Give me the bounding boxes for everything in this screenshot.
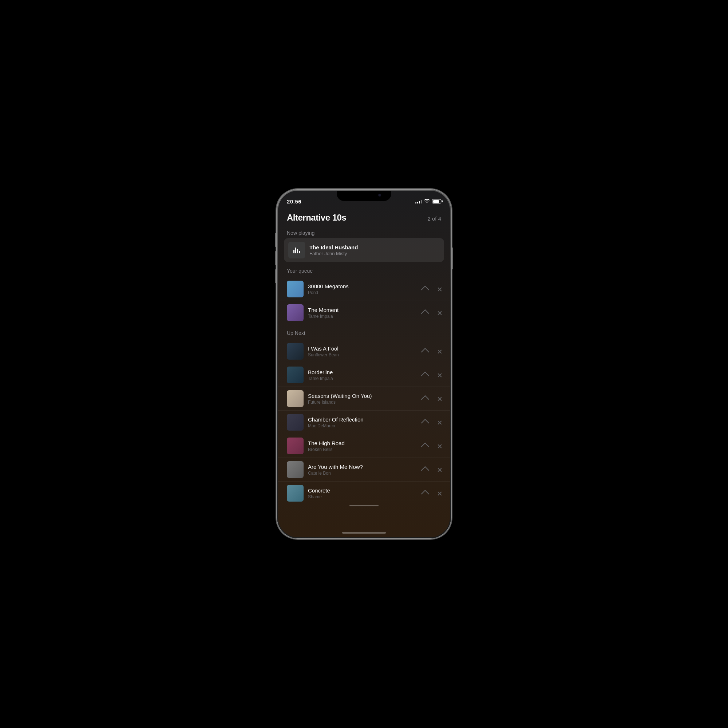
chevron-up-icon-1 — [421, 286, 430, 294]
move-up-button-upnext-7[interactable] — [422, 489, 430, 498]
app-screen: 20:56 — [278, 191, 450, 537]
move-up-button-upnext-5[interactable] — [422, 442, 430, 450]
remove-button-upnext-3[interactable] — [435, 394, 444, 403]
track-title-30000-megatons: 30000 Megatons — [308, 283, 417, 289]
upnext-item-6-actions — [422, 465, 444, 474]
up-next-label: Up Next — [278, 324, 450, 338]
track-info-the-moment: The Moment Tame Impala — [308, 307, 417, 319]
move-up-button-2[interactable] — [422, 308, 430, 317]
remove-icon-upnext-1 — [437, 349, 442, 354]
upnext-item-1-actions — [422, 347, 444, 356]
now-playing-artist: Father John Misty — [309, 251, 440, 256]
move-up-button-upnext-6[interactable] — [422, 465, 430, 474]
phone-screen: 20:56 — [278, 191, 450, 537]
upnext-item-1[interactable]: I Was A Fool Sunflower Bean — [278, 340, 450, 363]
track-title-seasons: Seasons (Waiting On You) — [308, 393, 417, 399]
track-artist-30000-megatons: Pond — [308, 290, 417, 295]
track-title-are-you: Are You with Me Now? — [308, 464, 417, 470]
scroll-content[interactable]: Alternative 10s 2 of 4 Now playing — [278, 207, 450, 530]
track-info-chamber: Chamber Of Reflection Mac DeMarco — [308, 416, 417, 428]
battery-fill — [433, 200, 439, 203]
status-time: 20:56 — [287, 198, 301, 205]
notch — [337, 191, 391, 201]
track-artist-are-you: Cate le Bon — [308, 471, 417, 476]
queue-item-1[interactable]: 30000 Megatons Pond — [278, 277, 450, 301]
remove-icon-upnext-2 — [437, 372, 442, 378]
remove-icon-upnext-3 — [437, 396, 442, 401]
track-art-are-you — [287, 461, 304, 478]
track-art-30000-megatons — [287, 281, 304, 297]
upnext-item-7[interactable]: Concrete Shame — [278, 482, 450, 505]
track-artist-borderline: Tame Impala — [308, 376, 417, 381]
status-icons — [415, 199, 441, 204]
chevron-up-icon-upnext-4 — [421, 419, 430, 427]
remove-icon-upnext-4 — [437, 420, 442, 425]
track-artist-chamber: Mac DeMarco — [308, 423, 417, 428]
remove-button-upnext-2[interactable] — [435, 370, 444, 379]
track-info-high-road: The High Road Broken Bells — [308, 440, 417, 452]
signal-icon — [415, 199, 422, 203]
track-art-high-road — [287, 437, 304, 454]
now-playing-label: Now playing — [278, 227, 450, 238]
move-up-button-upnext-3[interactable] — [422, 394, 430, 403]
remove-button-upnext-7[interactable] — [435, 489, 444, 498]
chevron-up-icon-upnext-6 — [421, 466, 430, 475]
track-art-the-moment — [287, 304, 304, 321]
upnext-item-4[interactable]: Chamber Of Reflection Mac DeMarco — [278, 411, 450, 434]
remove-button-upnext-1[interactable] — [435, 347, 444, 356]
remove-button-upnext-6[interactable] — [435, 465, 444, 474]
upnext-item-3[interactable]: Seasons (Waiting On You) Future Islands — [278, 387, 450, 411]
camera-dot — [378, 194, 381, 197]
upnext-item-5[interactable]: The High Road Broken Bells — [278, 434, 450, 458]
track-art-borderline — [287, 367, 304, 383]
track-title-high-road: The High Road — [308, 440, 417, 446]
move-up-button-upnext-4[interactable] — [422, 418, 430, 427]
scroll-bar — [349, 505, 379, 506]
remove-button-upnext-5[interactable] — [435, 442, 444, 450]
track-title-was-fool: I Was A Fool — [308, 346, 417, 352]
scroll-indicator — [278, 505, 450, 508]
queue-item-2[interactable]: The Moment Tame Impala — [278, 301, 450, 324]
remove-icon-2 — [437, 310, 442, 315]
track-count: 2 of 4 — [427, 216, 441, 222]
track-artist-concrete: Shame — [308, 494, 417, 499]
now-playing-row[interactable]: The Ideal Husband Father John Misty — [284, 238, 444, 262]
move-up-button-upnext-1[interactable] — [422, 347, 430, 356]
upnext-item-5-actions — [422, 442, 444, 450]
move-up-button-upnext-2[interactable] — [422, 370, 430, 379]
upnext-item-6[interactable]: Are You with Me Now? Cate le Bon — [278, 458, 450, 482]
track-info-concrete: Concrete Shame — [308, 487, 417, 499]
track-title-borderline: Borderline — [308, 369, 417, 375]
upnext-item-3-actions — [422, 394, 444, 403]
phone-frame: 20:56 — [277, 189, 451, 539]
wifi-icon — [424, 199, 430, 204]
track-artist-seasons: Future Islands — [308, 400, 417, 405]
home-bar — [342, 532, 386, 534]
remove-button-upnext-4[interactable] — [435, 418, 444, 427]
equalizer-icon — [294, 247, 300, 253]
remove-button-2[interactable] — [435, 308, 444, 317]
track-art-seasons — [287, 390, 304, 407]
chevron-up-icon-upnext-7 — [421, 490, 430, 498]
track-title-chamber: Chamber Of Reflection — [308, 416, 417, 423]
chevron-up-icon-upnext-1 — [421, 348, 430, 356]
track-artist-the-moment: Tame Impala — [308, 314, 417, 319]
chevron-up-icon-upnext-5 — [421, 443, 430, 451]
your-queue-list: 30000 Megatons Pond — [278, 277, 450, 324]
remove-icon-upnext-5 — [437, 444, 442, 448]
track-art-concrete — [287, 485, 304, 502]
track-title-concrete: Concrete — [308, 487, 417, 494]
track-info-seasons: Seasons (Waiting On You) Future Islands — [308, 393, 417, 405]
chevron-up-icon-2 — [421, 309, 430, 318]
move-up-button-1[interactable] — [422, 284, 430, 294]
remove-button-1[interactable] — [435, 284, 444, 294]
remove-icon-upnext-6 — [437, 467, 442, 472]
track-info-was-fool: I Was A Fool Sunflower Bean — [308, 346, 417, 358]
queue-item-1-actions — [422, 284, 444, 294]
now-playing-info: The Ideal Husband Father John Misty — [309, 244, 440, 256]
track-art-chamber — [287, 414, 304, 431]
now-playing-art — [288, 242, 305, 258]
remove-icon-upnext-7 — [437, 491, 442, 496]
track-info-borderline: Borderline Tame Impala — [308, 369, 417, 381]
upnext-item-2[interactable]: Borderline Tame Impala — [278, 363, 450, 387]
